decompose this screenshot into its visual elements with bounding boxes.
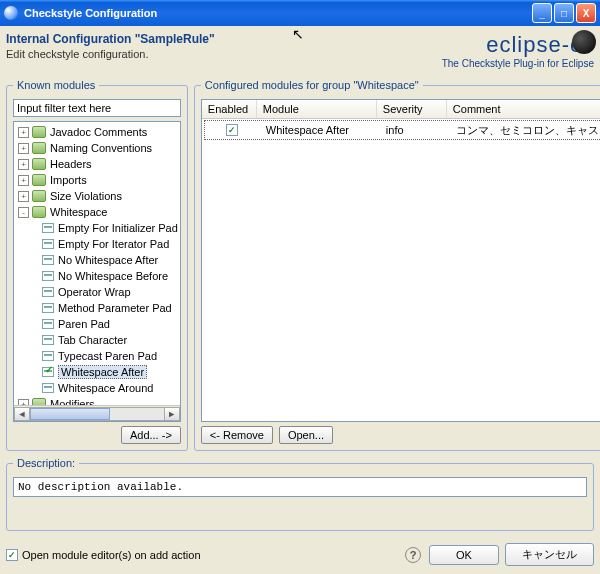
tree-module[interactable]: Whitespace Around — [16, 380, 178, 396]
brand-logo-icon — [572, 30, 596, 54]
cell-module: Whitespace After — [260, 123, 380, 137]
package-icon — [32, 206, 46, 218]
expand-icon[interactable]: + — [18, 175, 29, 186]
cancel-button[interactable]: キャンセル — [505, 543, 594, 566]
col-enabled[interactable]: Enabled — [202, 100, 257, 118]
config-name: Internal Configuration "SampleRule" — [6, 32, 404, 46]
tree-horizontal-scrollbar[interactable]: ◄ ► — [14, 405, 180, 421]
tree-module[interactable]: Method Parameter Pad — [16, 300, 178, 316]
tree-group-naming[interactable]: +Naming Conventions — [16, 140, 178, 156]
tree-group-javadoc[interactable]: +Javadoc Comments — [16, 124, 178, 140]
scroll-right-icon[interactable]: ► — [164, 407, 180, 421]
tree-module[interactable]: Empty For Initializer Pad — [16, 220, 178, 236]
module-icon — [42, 255, 54, 265]
expand-icon[interactable]: + — [18, 191, 29, 202]
tree-module[interactable]: Paren Pad — [16, 316, 178, 332]
brand-tagline: The Checkstyle Plug-in for Eclipse — [404, 58, 594, 69]
col-module[interactable]: Module — [257, 100, 377, 118]
tree-module[interactable]: Empty For Iterator Pad — [16, 236, 178, 252]
scroll-left-icon[interactable]: ◄ — [14, 407, 30, 421]
help-icon[interactable]: ? — [405, 547, 421, 563]
col-severity[interactable]: Severity — [377, 100, 447, 118]
configured-modules-panel: Configured modules for group "Whitespace… — [194, 79, 600, 451]
expand-icon[interactable]: + — [18, 127, 29, 138]
app-icon — [4, 6, 18, 20]
tree-group-modifiers[interactable]: +Modifiers — [16, 396, 178, 405]
cell-comment: コンマ、セミコロン、キャストの後... — [450, 122, 600, 139]
window-title: Checkstyle Configuration — [24, 7, 530, 19]
module-icon — [42, 239, 54, 249]
description-panel: Description: No description available. — [6, 457, 594, 531]
configured-modules-legend: Configured modules for group "Whitespace… — [201, 79, 423, 91]
col-comment[interactable]: Comment — [447, 100, 600, 118]
open-editor-checkbox[interactable]: ✓ — [6, 549, 18, 561]
collapse-icon[interactable]: - — [18, 207, 29, 218]
tree-group-headers[interactable]: +Headers — [16, 156, 178, 172]
package-icon — [32, 142, 46, 154]
package-icon — [32, 190, 46, 202]
tree-module-whitespace-after[interactable]: Whitespace After — [16, 364, 178, 380]
description-legend: Description: — [13, 457, 79, 469]
ok-button[interactable]: OK — [429, 545, 499, 565]
package-icon — [32, 126, 46, 138]
package-icon — [32, 158, 46, 170]
tree-group-imports[interactable]: +Imports — [16, 172, 178, 188]
package-icon — [32, 398, 46, 405]
tree-group-whitespace[interactable]: -Whitespace — [16, 204, 178, 220]
known-modules-legend: Known modules — [13, 79, 99, 91]
tree-module[interactable]: Typecast Paren Pad — [16, 348, 178, 364]
tree-module[interactable]: No Whitespace Before — [16, 268, 178, 284]
filter-input[interactable] — [13, 99, 181, 117]
known-modules-panel: Known modules +Javadoc Comments +Naming … — [6, 79, 188, 451]
maximize-button[interactable]: □ — [554, 3, 574, 23]
brand-name: eclipse-cs — [404, 32, 594, 58]
module-icon — [42, 367, 54, 377]
minimize-button[interactable]: _ — [532, 3, 552, 23]
configured-table[interactable]: Enabled Module Severity Comment ✓ Whites… — [201, 99, 600, 422]
table-row[interactable]: ✓ Whitespace After info コンマ、セミコロン、キャストの後… — [205, 121, 600, 139]
tree-group-size[interactable]: +Size Violations — [16, 188, 178, 204]
open-button[interactable]: Open... — [279, 426, 333, 444]
titlebar[interactable]: Checkstyle Configuration _ □ X — [0, 0, 600, 26]
remove-button[interactable]: <- Remove — [201, 426, 273, 444]
module-icon — [42, 383, 54, 393]
tree-module[interactable]: No Whitespace After — [16, 252, 178, 268]
enabled-checkbox[interactable]: ✓ — [226, 124, 238, 136]
expand-icon[interactable]: + — [18, 159, 29, 170]
module-icon — [42, 351, 54, 361]
expand-icon[interactable]: + — [18, 143, 29, 154]
package-icon — [32, 174, 46, 186]
open-editor-label: Open module editor(s) on add action — [22, 549, 201, 561]
module-icon — [42, 319, 54, 329]
module-icon — [42, 335, 54, 345]
module-icon — [42, 287, 54, 297]
close-button[interactable]: X — [576, 3, 596, 23]
module-icon — [42, 303, 54, 313]
module-tree[interactable]: +Javadoc Comments +Naming Conventions +H… — [13, 121, 181, 422]
tree-module[interactable]: Tab Character — [16, 332, 178, 348]
config-subtitle: Edit checkstyle configuration. — [6, 48, 404, 60]
description-text: No description available. — [13, 477, 587, 497]
module-icon — [42, 223, 54, 233]
scrollbar-thumb[interactable] — [30, 408, 110, 420]
add-button[interactable]: Add... -> — [121, 426, 181, 444]
cell-severity: info — [380, 123, 450, 137]
module-icon — [42, 271, 54, 281]
tree-module[interactable]: Operator Wrap — [16, 284, 178, 300]
